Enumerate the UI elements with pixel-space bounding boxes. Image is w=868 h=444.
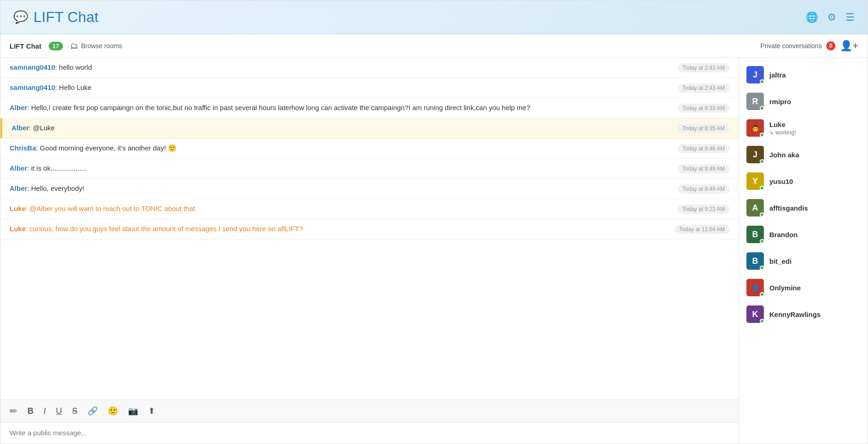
user-item[interactable]: BBrandon — [739, 221, 868, 248]
settings-icon[interactable]: ⚙ — [827, 11, 836, 23]
user-name: John aka — [769, 151, 860, 159]
user-name: Onlymine — [769, 284, 860, 292]
message-row: Luke: curious, how do you guys feel abou… — [0, 219, 739, 239]
online-indicator — [760, 292, 764, 297]
avatar-wrapper: A — [746, 199, 764, 216]
user-info: jaltra — [769, 71, 860, 79]
message-sender: Alber — [10, 184, 27, 192]
message-row: samnang0410: Hello LukeToday at 2:43 AM — [0, 78, 739, 98]
avatar-wrapper: R — [746, 93, 764, 110]
message-timestamp: Today at 8:46 AM — [678, 144, 729, 153]
message-text: : curious, how do you guys feel about th… — [26, 225, 303, 233]
user-info: Brandon — [769, 231, 860, 239]
message-timestamp: Today at 11:04 AM — [675, 225, 729, 234]
avatar-wrapper: J — [746, 146, 764, 163]
sub-header-left: LIFT Chat 17 🗂 Browse rooms — [10, 41, 122, 51]
user-info: yusu10 — [769, 178, 860, 185]
room-title: LIFT Chat — [10, 42, 41, 50]
italic-button[interactable]: I — [42, 405, 48, 417]
avatar-wrapper: J — [746, 66, 764, 83]
message-content: Luke: curious, how do you guys feel abou… — [10, 224, 675, 234]
bold-button[interactable]: B — [26, 405, 35, 417]
message-timestamp: Today at 8:33 AM — [678, 104, 729, 113]
users-sidebar: JjaltraRrmipro👨Luke↳ working!JJohn akaYy… — [739, 58, 868, 444]
user-name: afftisgandis — [769, 204, 860, 212]
online-indicator — [760, 266, 764, 270]
messages-container[interactable]: samnang0410: hello worldToday at 2:43 AM… — [0, 58, 739, 400]
header-right: 🌐 ⚙ ☰ — [806, 11, 855, 23]
message-sender: samnang0410 — [10, 63, 55, 71]
message-timestamp: Today at 2:43 AM — [678, 83, 729, 93]
folder-icon: 🗂 — [70, 41, 78, 51]
message-text: : @Luke — [29, 124, 55, 132]
message-row: ChrisBa: Good morning everyone, it's ano… — [0, 139, 739, 159]
user-item[interactable]: Rrmipro — [739, 88, 868, 115]
user-name: KennyRawlings — [769, 311, 860, 318]
message-content: Alber: @Luke — [11, 123, 678, 133]
user-info: afftisgandis — [769, 204, 860, 212]
user-status: ↳ working! — [769, 129, 860, 136]
sub-header-right: Private conversations 0 👤+ — [760, 40, 858, 52]
online-indicator — [760, 159, 764, 164]
avatar-wrapper: B — [746, 226, 764, 243]
message-text: : Good morning everyone, it's another da… — [36, 144, 177, 152]
message-content: Alber: Hello, everybody! — [10, 183, 678, 194]
user-item[interactable]: 👨Luke↳ working! — [739, 115, 868, 141]
message-text: : @Alber you will want to reach out to T… — [26, 205, 197, 212]
user-info: John aka — [769, 151, 860, 159]
pen-button[interactable]: ✏ — [8, 405, 19, 417]
editor-toolbar: ✏ B I U S 🔗 🙂 📷 ⬆ — [0, 400, 739, 422]
user-item[interactable]: Aafftisgandis — [739, 194, 868, 221]
online-indicator — [760, 186, 764, 190]
message-text: : it is ok................... — [27, 164, 87, 172]
browse-rooms-button[interactable]: 🗂 Browse rooms — [70, 41, 122, 51]
message-sender: Luke — [10, 225, 26, 233]
message-timestamp: Today at 8:48 AM — [678, 164, 729, 173]
emoji-button[interactable]: 🙂 — [106, 405, 120, 417]
main-layout: samnang0410: hello worldToday at 2:43 AM… — [0, 58, 868, 444]
message-row: Alber: Hello,I create first pop campaing… — [0, 98, 739, 118]
browse-rooms-label: Browse rooms — [81, 42, 122, 50]
message-content: samnang0410: Hello Luke — [10, 83, 678, 93]
message-text: : Hello, everybody! — [27, 184, 84, 192]
message-content: Alber: it is ok................... — [10, 163, 678, 174]
app-title: LIFT Chat — [33, 9, 99, 26]
link-button[interactable]: 🔗 — [86, 405, 100, 417]
globe-icon[interactable]: 🌐 — [806, 11, 818, 23]
user-item[interactable]: 👤Onlymine — [739, 274, 868, 301]
upload-button[interactable]: ⬆ — [146, 405, 157, 417]
user-name: Luke — [769, 121, 860, 128]
menu-icon[interactable]: ☰ — [846, 11, 855, 23]
add-user-icon[interactable]: 👤+ — [840, 40, 858, 52]
message-input[interactable] — [10, 429, 729, 437]
user-name: Brandon — [769, 231, 860, 239]
message-input-area — [0, 422, 739, 444]
user-info: rmipro — [769, 98, 860, 105]
user-item[interactable]: JJohn aka — [739, 141, 868, 168]
private-badge: 0 — [826, 41, 835, 50]
message-row: Luke: @Alber you will want to reach out … — [0, 199, 739, 219]
app-header: 💬 LIFT Chat 🌐 ⚙ ☰ — [0, 0, 868, 34]
user-item[interactable]: Jjaltra — [739, 61, 868, 88]
user-name: jaltra — [769, 71, 860, 79]
user-name: bit_edi — [769, 257, 860, 265]
message-sender: Alber — [10, 164, 27, 172]
avatar-wrapper: 👨 — [746, 119, 764, 137]
messages-list: samnang0410: hello worldToday at 2:43 AM… — [0, 58, 739, 239]
message-content: Luke: @Alber you will want to reach out … — [10, 204, 678, 214]
header-left: 💬 LIFT Chat — [13, 9, 99, 26]
underline-button[interactable]: U — [54, 405, 64, 417]
online-indicator — [760, 319, 764, 323]
online-indicator — [760, 79, 764, 84]
online-indicator — [760, 239, 764, 244]
sub-header: LIFT Chat 17 🗂 Browse rooms Private conv… — [0, 34, 868, 58]
message-sender: Alber — [10, 104, 27, 111]
user-item[interactable]: Yyusu10 — [739, 168, 868, 194]
message-sender: Alber — [11, 124, 29, 132]
message-text: : Hello Luke — [55, 83, 91, 91]
message-row: Alber: Hello, everybody!Today at 8:49 AM — [0, 179, 739, 199]
camera-button[interactable]: 📷 — [126, 405, 140, 417]
strikethrough-button[interactable]: S — [70, 405, 79, 417]
user-item[interactable]: KKennyRawlings — [739, 301, 868, 327]
user-item[interactable]: Bbit_edi — [739, 248, 868, 274]
